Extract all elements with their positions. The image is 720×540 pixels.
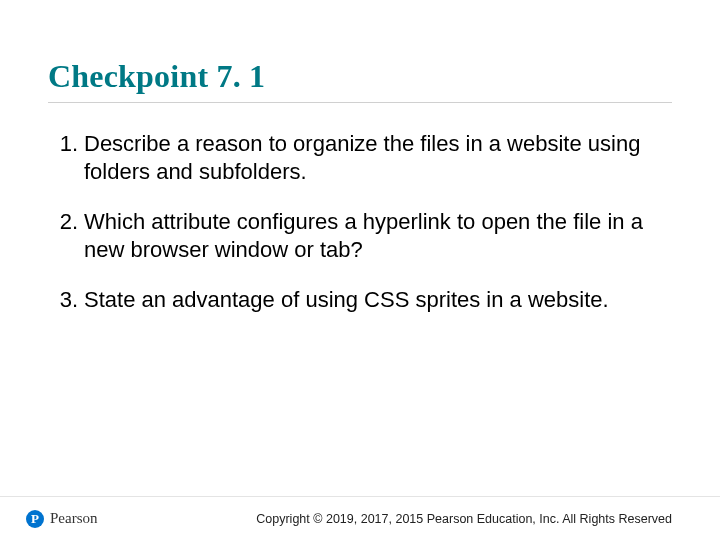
copyright-text: Copyright © 2019, 2017, 2015 Pearson Edu…: [256, 512, 672, 526]
item-number: 1.: [48, 130, 78, 158]
item-text: Describe a reason to organize the files …: [84, 130, 672, 186]
footer: P Pearson Copyright © 2019, 2017, 2015 P…: [0, 496, 720, 540]
brand-name: Pearson: [50, 510, 98, 527]
slide-body: 1. Describe a reason to organize the fil…: [48, 130, 672, 336]
slide-title: Checkpoint 7. 1: [48, 58, 265, 95]
item-text: State an advantage of using CSS sprites …: [84, 286, 609, 314]
item-text: Which attribute configures a hyperlink t…: [84, 208, 672, 264]
slide: Checkpoint 7. 1 1. Describe a reason to …: [0, 0, 720, 540]
list-item: 1. Describe a reason to organize the fil…: [48, 130, 672, 186]
list-item: 2. Which attribute configures a hyperlin…: [48, 208, 672, 264]
pearson-logo-icon: P: [26, 510, 44, 528]
item-number: 2.: [48, 208, 78, 236]
brand: P Pearson: [26, 510, 98, 528]
list-item: 3. State an advantage of using CSS sprit…: [48, 286, 672, 314]
item-number: 3.: [48, 286, 78, 314]
title-underline: [48, 102, 672, 103]
